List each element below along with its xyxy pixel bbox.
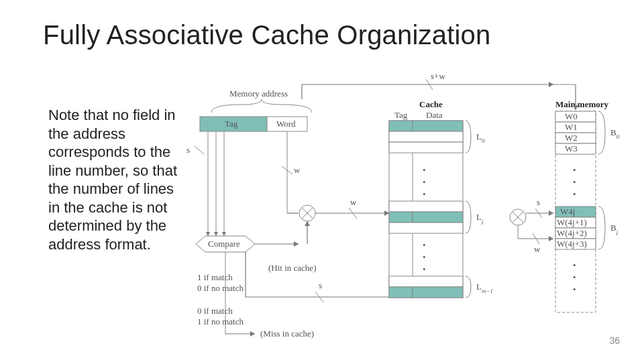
svg-rect-55 <box>413 287 463 298</box>
cache-line-Lj: Lj <box>476 212 484 225</box>
addr-field-tag: Tag <box>225 119 238 129</box>
cache-col-data: Data <box>426 110 443 120</box>
mem-w4j3: W(4j+3) <box>557 239 587 249</box>
svg-rect-41 <box>389 131 463 142</box>
svg-marker-30 <box>384 210 389 216</box>
tag-width-s: s <box>186 145 190 155</box>
miss-label: (Miss in cache) <box>260 328 314 339</box>
mem-bj: Bj <box>610 223 619 235</box>
svg-text:•: • <box>573 284 576 294</box>
main-memory-header: Main memory <box>555 99 609 109</box>
svg-text:•: • <box>573 189 576 199</box>
memory-address-label: Memory address <box>229 88 288 99</box>
svg-line-10 <box>195 146 204 154</box>
svg-marker-33 <box>305 221 310 226</box>
tag-back-s: s <box>319 280 322 290</box>
cache-col-tag: Tag <box>394 110 408 120</box>
bus-width-sw: s+w <box>431 72 445 81</box>
svg-rect-47 <box>389 212 413 223</box>
svg-marker-60 <box>549 210 553 216</box>
svg-text:•: • <box>423 189 426 199</box>
svg-text:•: • <box>423 240 426 250</box>
addr-field-word: Word <box>276 119 296 129</box>
svg-text:•: • <box>573 272 576 282</box>
cache-header: Cache <box>419 99 443 109</box>
mem-w4j1: W(4j+1) <box>557 217 587 227</box>
svg-rect-53 <box>389 276 463 287</box>
svg-rect-46 <box>389 201 463 212</box>
svg-rect-40 <box>413 121 463 131</box>
mem-w1: W1 <box>565 122 578 132</box>
svg-marker-19 <box>214 232 218 236</box>
cache-diagram: s+w Memory address Tag Word · · · s w Co… <box>181 72 637 347</box>
slide-title: Fully Associative Cache Organization <box>43 20 491 50</box>
svg-text:•: • <box>573 260 576 270</box>
miss-0: 0 if match <box>197 306 233 316</box>
word-width-w: w <box>294 165 301 175</box>
match-0: 0 if no match <box>197 283 244 293</box>
svg-marker-64 <box>549 236 553 241</box>
match-1: 1 if match <box>197 272 233 282</box>
mem-w3: W3 <box>565 143 578 154</box>
svg-text:•: • <box>423 165 426 175</box>
svg-text:•: • <box>573 165 576 175</box>
svg-text:•: • <box>573 177 576 187</box>
mem-s: s <box>537 197 540 207</box>
svg-rect-42 <box>389 142 463 153</box>
mem-w4j2: W(4j+2) <box>557 228 587 238</box>
mem-w2: W2 <box>565 133 578 143</box>
hit-label: (Hit in cache) <box>268 263 316 273</box>
svg-rect-48 <box>413 212 463 223</box>
mem-b0: B0 <box>610 127 620 140</box>
cache-line-L0: L0 <box>476 131 485 144</box>
svg-marker-22 <box>294 241 299 247</box>
mem-w0: W0 <box>565 111 578 121</box>
svg-rect-39 <box>389 121 413 131</box>
svg-rect-54 <box>389 287 413 298</box>
svg-text:•: • <box>423 264 426 274</box>
svg-marker-25 <box>250 331 255 337</box>
mem-w4j: W4j <box>560 206 575 217</box>
svg-marker-18 <box>206 232 210 236</box>
svg-marker-1 <box>549 82 553 87</box>
svg-text:•: • <box>423 252 426 262</box>
compare-label: Compare <box>208 239 240 249</box>
miss-1: 1 if no match <box>197 316 244 326</box>
cache-line-Lm1: Lm−1 <box>476 282 493 294</box>
mux-w: w <box>350 197 357 207</box>
mem-w: w <box>534 244 541 254</box>
svg-rect-49 <box>389 223 463 233</box>
svg-text:•: • <box>423 177 426 187</box>
body-paragraph: Note that no field in the address corres… <box>48 106 179 253</box>
